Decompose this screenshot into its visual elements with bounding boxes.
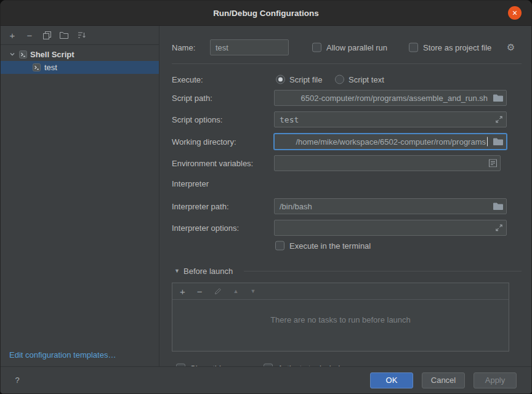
run-debug-configurations-dialog: Run/Debug Configurations × + − (0, 0, 532, 394)
script-text-radio[interactable] (335, 75, 344, 84)
gear-icon[interactable]: ⚙ (507, 42, 515, 53)
text-caret (487, 137, 488, 147)
tree-group-shell-script[interactable]: Shell Script (1, 47, 159, 61)
tree-item-label: test (44, 63, 57, 72)
browse-folder-icon[interactable] (493, 138, 503, 146)
working-directory-row: Working directory: /home/mike/workspace/… (160, 134, 531, 150)
working-directory-label: Working directory: (172, 137, 236, 147)
browse-folder-icon[interactable] (493, 203, 503, 211)
interpreter-options-input[interactable] (274, 220, 507, 236)
shell-script-icon (33, 63, 41, 71)
execute-label: Execute: (172, 75, 203, 84)
store-as-project-file-label: Store as project file (423, 43, 491, 52)
title-bar[interactable]: Run/Debug Configurations × (1, 1, 531, 26)
configurations-tree: Shell Script test (1, 45, 159, 74)
add-configuration-icon[interactable]: + (8, 31, 17, 40)
expand-icon[interactable] (495, 116, 503, 124)
name-label: Name: (172, 43, 195, 52)
script-path-row: Script path: 6502-computer/rom/programs/… (160, 90, 531, 106)
sidebar-toolbar: + − (1, 26, 159, 45)
script-options-input[interactable]: test (274, 111, 507, 127)
script-file-label: Script file (289, 75, 322, 84)
allow-parallel-run-label: Allow parallel run (326, 43, 387, 52)
allow-parallel-run-checkbox[interactable] (312, 43, 321, 52)
edit-task-icon[interactable] (214, 287, 222, 295)
script-options-label: Script options: (172, 115, 222, 124)
separator (172, 63, 522, 64)
tree-group-label: Shell Script (30, 50, 75, 59)
interpreter-options-row: Interpreter options: (160, 220, 531, 236)
dialog-footer: ? OK Cancel Apply (1, 366, 531, 393)
before-launch-toolbar: + − ▲ ▼ (172, 283, 509, 300)
execute-in-terminal-checkbox[interactable] (275, 241, 284, 251)
interpreter-path-value: /bin/bash (280, 202, 312, 211)
name-row: Name: test Allow parallel run Store as p… (160, 39, 531, 55)
name-input[interactable]: test (210, 39, 289, 55)
environment-variables-input[interactable] (274, 155, 501, 171)
before-launch-label: Before launch (183, 267, 233, 276)
script-text-label: Script text (349, 75, 384, 84)
browse-folder-icon[interactable] (493, 94, 503, 102)
working-directory-value: /home/mike/workspace/6502-computer/rom/p… (296, 137, 488, 147)
apply-button[interactable]: Apply (474, 372, 517, 388)
expand-icon[interactable] (495, 224, 503, 232)
environment-variables-row: Environment variables: (160, 155, 531, 171)
cancel-button[interactable]: Cancel (422, 372, 465, 388)
interpreter-path-label: Interpreter path: (172, 202, 229, 211)
copy-configuration-icon[interactable] (42, 31, 51, 39)
move-down-icon[interactable]: ▼ (250, 289, 256, 294)
ok-button[interactable]: OK (370, 372, 413, 388)
move-up-icon[interactable]: ▲ (233, 289, 239, 294)
new-folder-icon[interactable] (60, 31, 68, 39)
window-title: Run/Debug Configurations (1, 9, 531, 18)
environment-variables-label: Environment variables: (172, 159, 253, 168)
script-file-radio[interactable] (276, 75, 285, 84)
store-as-project-file-checkbox[interactable] (409, 43, 418, 52)
interpreter-section-label: Interpreter (172, 179, 209, 188)
remove-configuration-icon[interactable]: − (25, 31, 34, 40)
tree-item-test[interactable]: test (1, 61, 159, 74)
interpreter-options-label: Interpreter options: (172, 223, 239, 233)
script-options-value: test (280, 115, 299, 124)
variables-list-icon[interactable] (489, 159, 497, 167)
configurations-sidebar: + − (1, 26, 159, 367)
script-path-value: 6502-computer/rom/programs/assemble_and_… (301, 94, 488, 103)
config-form: Name: test Allow parallel run Store as p… (160, 26, 531, 367)
interpreter-path-row: Interpreter path: /bin/bash (160, 198, 531, 214)
working-directory-input[interactable]: /home/mike/workspace/6502-computer/rom/p… (274, 134, 507, 150)
name-value: test (216, 43, 228, 52)
script-options-row: Script options: test (160, 111, 531, 127)
interpreter-path-input[interactable]: /bin/bash (274, 198, 507, 214)
close-icon: × (512, 8, 517, 18)
footer-buttons: OK Cancel Apply (370, 372, 517, 388)
before-launch-panel: + − ▲ ▼ There are no tasks to run before… (172, 283, 509, 352)
help-icon: ? (15, 376, 19, 385)
shell-script-icon (19, 50, 27, 58)
close-button[interactable]: × (508, 6, 522, 20)
collapse-arrow-icon[interactable]: ▼ (174, 268, 180, 274)
help-button[interactable]: ? (10, 374, 24, 387)
add-task-icon[interactable]: + (180, 287, 185, 296)
script-path-input[interactable]: 6502-computer/rom/programs/assemble_and_… (274, 90, 507, 106)
script-path-label: Script path: (172, 94, 212, 103)
before-launch-line (244, 271, 522, 271)
execute-row: Execute: Script file Script text (160, 71, 531, 87)
before-launch-empty-message: There are no tasks to run before launch (172, 315, 509, 324)
remove-task-icon[interactable]: − (197, 287, 203, 296)
chevron-down-icon[interactable] (9, 51, 16, 57)
execute-in-terminal-label: Execute in the terminal (289, 241, 371, 251)
execute-in-terminal-row: Execute in the terminal (160, 239, 531, 252)
sort-configurations-icon[interactable] (77, 31, 86, 39)
interpreter-section-header: Interpreter (160, 177, 531, 190)
edit-configuration-templates-link[interactable]: Edit configuration templates… (9, 350, 116, 360)
